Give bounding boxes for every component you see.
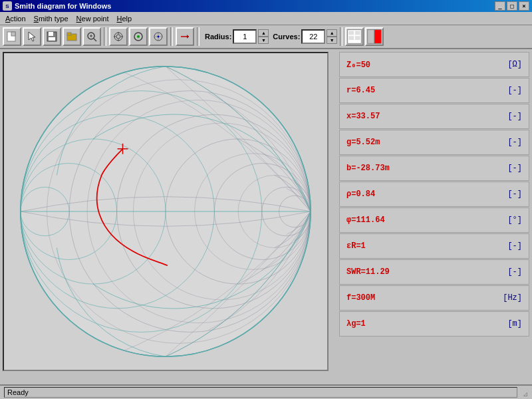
open-button[interactable]: [63, 27, 81, 46]
info-row-7: εR=1[-]: [339, 233, 529, 259]
color-button[interactable]: [365, 27, 384, 46]
separator-3: [197, 27, 200, 46]
maximize-button[interactable]: □: [507, 1, 517, 11]
svg-rect-5: [49, 37, 55, 41]
info-value-6: φ=111.64: [346, 215, 385, 225]
menu-bar: Action Smith type New point Help: [0, 12, 532, 25]
info-row-2: x=33.57[-]: [339, 104, 529, 129]
smith-area: [0, 49, 339, 384]
info-value-1: r=6.45: [346, 86, 375, 95]
info-row-9: f=300M[Hz]: [339, 285, 529, 311]
radius-label: Radius:: [205, 33, 231, 41]
radius-up[interactable]: ▲: [258, 29, 269, 37]
info-row-5: ρ=0.84[-]: [339, 182, 529, 207]
svg-marker-25: [187, 35, 189, 39]
toolbar: Radius: ▲ ▼ Curves: ▲ ▼: [0, 25, 532, 49]
info-row-8: SWR=11.29[-]: [339, 259, 529, 285]
curves-input[interactable]: [301, 29, 325, 44]
curves-label: Curves:: [273, 33, 300, 41]
radius-down[interactable]: ▼: [258, 37, 269, 44]
info-unit-8: [-]: [507, 267, 522, 277]
svg-rect-32: [374, 30, 381, 44]
info-value-9: f=300M: [346, 293, 375, 303]
info-value-7: εR=1: [346, 241, 366, 251]
save-button[interactable]: [43, 27, 61, 46]
svg-point-13: [116, 35, 120, 39]
separator-4: [340, 27, 342, 46]
circle-button[interactable]: [129, 27, 148, 46]
svg-rect-7: [67, 33, 71, 35]
cursor-button[interactable]: [23, 27, 41, 46]
info-value-2: x=33.57: [346, 112, 380, 121]
radius-input[interactable]: [233, 29, 257, 44]
info-unit-1: [-]: [507, 86, 522, 95]
svg-rect-4: [49, 32, 53, 36]
grid-button[interactable]: [149, 27, 168, 46]
curves-spinner[interactable]: ▲ ▼: [327, 29, 337, 44]
svg-marker-2: [29, 32, 35, 41]
info-value-5: ρ=0.84: [346, 190, 375, 199]
svg-rect-31: [368, 30, 374, 44]
radius-group: Radius: ▲ ▼: [202, 29, 269, 44]
separator-2: [170, 27, 173, 46]
right-panel: Z₀=50[Ω]r=6.45[-]x=33.57[-]g=5.52m[-]b=-…: [339, 49, 532, 384]
info-row-0: Z₀=50[Ω]: [339, 52, 529, 77]
zoom-button[interactable]: [82, 27, 101, 46]
window-title: Smith diagram for Windows: [15, 2, 495, 10]
window-controls[interactable]: _ □ ×: [495, 1, 529, 11]
resize-handle[interactable]: ⊿: [517, 387, 528, 398]
close-button[interactable]: ×: [519, 1, 529, 11]
app-icon: S: [3, 1, 12, 11]
status-text: Ready: [4, 387, 517, 398]
info-unit-3: [-]: [507, 138, 522, 147]
info-value-4: b=-28.73m: [346, 164, 390, 173]
status-bar: Ready ⊿: [0, 384, 532, 399]
info-row-3: g=5.52m[-]: [339, 130, 529, 155]
info-row-4: b=-28.73m[-]: [339, 156, 529, 181]
radius-spinner[interactable]: ▲ ▼: [258, 29, 269, 44]
info-row-6: φ=111.64[°]: [339, 207, 529, 233]
info-rows: Z₀=50[Ω]r=6.45[-]x=33.57[-]g=5.52m[-]b=-…: [339, 52, 529, 337]
info-value-0: Z₀=50: [346, 60, 370, 70]
separator-1: [104, 27, 106, 46]
info-button[interactable]: [345, 27, 364, 46]
menu-new-point[interactable]: New point: [72, 13, 113, 24]
info-unit-2: [-]: [507, 112, 522, 121]
info-value-3: g=5.52m: [346, 138, 380, 147]
menu-action[interactable]: Action: [1, 13, 30, 24]
curves-down[interactable]: ▼: [327, 37, 337, 44]
title-bar: S Smith diagram for Windows _ □ ×: [0, 0, 532, 12]
svg-rect-1: [11, 32, 15, 36]
info-unit-0: [Ω]: [507, 60, 522, 69]
info-unit-10: [m]: [507, 319, 522, 329]
minimize-button[interactable]: _: [495, 1, 505, 11]
info-value-8: SWR=11.29: [346, 267, 390, 277]
menu-help[interactable]: Help: [113, 13, 136, 24]
arrow-button[interactable]: [176, 27, 194, 46]
target-button[interactable]: [109, 27, 128, 46]
curves-group: Curves: ▲ ▼: [270, 29, 337, 44]
svg-rect-27: [349, 31, 354, 35]
menu-smith-type[interactable]: Smith type: [30, 13, 72, 24]
svg-line-9: [94, 39, 96, 41]
svg-point-19: [137, 35, 140, 38]
info-row-10: λg=1[m]: [339, 311, 529, 336]
svg-point-23: [158, 36, 160, 38]
main-content: Z₀=50[Ω]r=6.45[-]x=33.57[-]g=5.52m[-]b=-…: [0, 49, 532, 384]
smith-chart-container[interactable]: [3, 52, 329, 371]
info-value-10: λg=1: [346, 319, 366, 329]
svg-rect-28: [355, 31, 360, 35]
new-button[interactable]: [3, 27, 21, 46]
curves-up[interactable]: ▲: [327, 29, 337, 37]
info-unit-4: [-]: [507, 164, 522, 173]
svg-rect-30: [355, 36, 360, 40]
smith-chart-svg: [4, 53, 327, 370]
info-unit-6: [°]: [507, 215, 522, 225]
svg-rect-29: [349, 36, 354, 40]
info-unit-5: [-]: [507, 190, 522, 199]
info-unit-7: [-]: [507, 241, 522, 251]
info-row-1: r=6.45[-]: [339, 78, 529, 103]
info-unit-9: [Hz]: [503, 293, 522, 303]
